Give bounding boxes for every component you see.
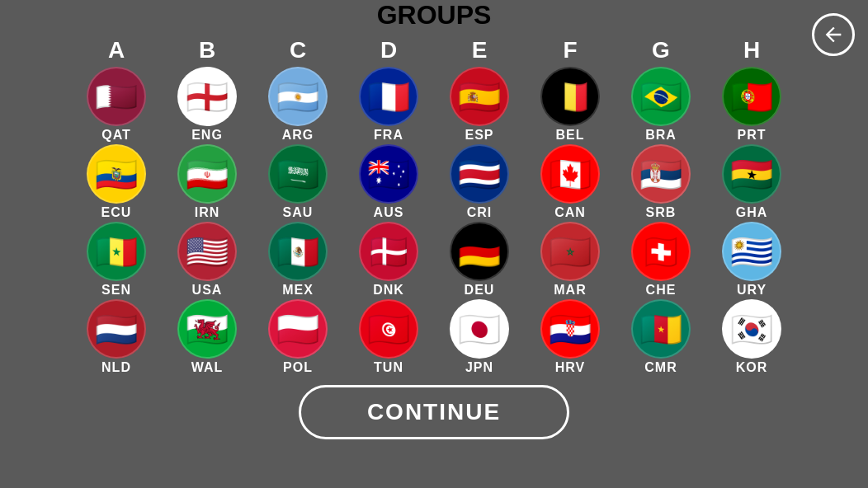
team-code-mar: MAR <box>554 283 586 298</box>
team-code-bra: BRA <box>645 128 677 143</box>
team-code-wal: WAL <box>191 360 224 375</box>
team-cell-deu[interactable]: DEU <box>434 222 525 298</box>
flag-srb <box>631 144 691 204</box>
team-cell-arg[interactable]: ARG <box>252 67 343 143</box>
flag-aus <box>359 144 418 204</box>
team-cell-cmr[interactable]: CMR <box>616 299 706 375</box>
team-cell-prt[interactable]: PRT <box>706 67 797 143</box>
team-cell-jpn[interactable]: JPN <box>434 299 525 375</box>
group-header-a: A <box>71 37 162 63</box>
team-cell-kor[interactable]: KOR <box>706 299 797 375</box>
team-cell-can[interactable]: CAN <box>525 144 616 220</box>
group-headers: ABCDEFGH <box>71 37 797 63</box>
flag-che <box>631 222 691 281</box>
group-header-f: F <box>525 37 616 63</box>
team-code-cri: CRI <box>467 205 493 220</box>
team-code-sen: SEN <box>101 283 131 298</box>
team-code-sau: SAU <box>283 205 314 220</box>
flag-mar <box>540 222 600 281</box>
team-code-aus: AUS <box>374 205 404 220</box>
flag-dnk <box>359 222 418 281</box>
team-code-jpn: JPN <box>465 360 493 375</box>
flag-usa <box>177 222 237 281</box>
team-cell-mar[interactable]: MAR <box>525 222 616 298</box>
team-code-hrv: HRV <box>555 360 586 375</box>
team-cell-irn[interactable]: IRN <box>162 144 252 220</box>
team-cell-che[interactable]: CHE <box>616 222 706 298</box>
team-code-eng: ENG <box>191 128 223 143</box>
team-code-bel: BEL <box>556 128 585 143</box>
team-cell-qat[interactable]: QAT <box>71 67 162 143</box>
flag-arg <box>268 67 328 126</box>
flag-pol <box>268 299 328 359</box>
flag-wal <box>177 299 237 359</box>
flag-eng <box>177 67 237 126</box>
flag-bra <box>631 67 691 126</box>
team-cell-usa[interactable]: USA <box>162 222 252 298</box>
group-header-g: G <box>616 37 706 63</box>
team-cell-bra[interactable]: BRA <box>616 67 706 143</box>
team-code-irn: IRN <box>195 205 220 220</box>
page-title: GROUPS <box>377 0 492 30</box>
team-code-can: CAN <box>554 205 586 220</box>
flag-bel <box>540 67 600 126</box>
team-cell-ecu[interactable]: ECU <box>71 144 162 220</box>
back-icon <box>822 23 845 46</box>
team-code-srb: SRB <box>646 205 677 220</box>
team-code-nld: NLD <box>101 360 131 375</box>
teams-row-1: ECUIRNSAUAUSCRICANSRBGHA <box>71 144 797 220</box>
flag-nld <box>87 299 146 359</box>
team-code-tun: TUN <box>374 360 403 375</box>
teams-row-0: QATENGARGFRAESPBELBRAPRT <box>71 67 797 143</box>
team-cell-hrv[interactable]: HRV <box>525 299 616 375</box>
team-cell-wal[interactable]: WAL <box>162 299 252 375</box>
flag-prt <box>722 67 781 126</box>
team-code-usa: USA <box>192 283 223 298</box>
team-code-prt: PRT <box>738 128 767 143</box>
flag-jpn <box>450 299 509 359</box>
team-code-fra: FRA <box>374 128 403 143</box>
team-code-cmr: CMR <box>644 360 677 375</box>
team-cell-fra[interactable]: FRA <box>343 67 434 143</box>
team-cell-tun[interactable]: TUN <box>343 299 434 375</box>
flag-sen <box>87 222 146 281</box>
flag-mex <box>268 222 328 281</box>
continue-button[interactable]: CONTINUE <box>299 385 569 439</box>
flag-cmr <box>631 299 691 359</box>
teams-row-3: NLDWALPOLTUNJPNHRVCMRKOR <box>71 299 797 375</box>
flag-qat <box>87 67 146 126</box>
flag-cri <box>450 144 509 204</box>
team-cell-aus[interactable]: AUS <box>343 144 434 220</box>
flag-gha <box>722 144 781 204</box>
team-code-pol: POL <box>283 360 313 375</box>
team-code-dnk: DNK <box>373 283 404 298</box>
group-header-b: B <box>162 37 252 63</box>
team-code-ury: URY <box>737 283 767 298</box>
team-cell-sau[interactable]: SAU <box>252 144 343 220</box>
flag-sau <box>268 144 328 204</box>
team-cell-mex[interactable]: MEX <box>252 222 343 298</box>
teams-row-2: SENUSAMEXDNKDEUMARCHEURY <box>71 222 797 298</box>
teams-grid: QATENGARGFRAESPBELBRAPRTECUIRNSAUAUSCRIC… <box>71 67 797 375</box>
team-cell-sen[interactable]: SEN <box>71 222 162 298</box>
team-cell-eng[interactable]: ENG <box>162 67 252 143</box>
team-cell-bel[interactable]: BEL <box>525 67 616 143</box>
team-cell-ury[interactable]: URY <box>706 222 797 298</box>
team-cell-gha[interactable]: GHA <box>706 144 797 220</box>
flag-ury <box>722 222 781 281</box>
flag-hrv <box>540 299 600 359</box>
team-cell-pol[interactable]: POL <box>252 299 343 375</box>
team-cell-nld[interactable]: NLD <box>71 299 162 375</box>
team-code-gha: GHA <box>736 205 768 220</box>
flag-esp <box>450 67 509 126</box>
flag-kor <box>722 299 781 359</box>
team-cell-esp[interactable]: ESP <box>434 67 525 143</box>
back-button[interactable] <box>812 13 855 56</box>
team-code-ecu: ECU <box>101 205 132 220</box>
team-code-esp: ESP <box>465 128 493 143</box>
team-cell-cri[interactable]: CRI <box>434 144 525 220</box>
flag-deu <box>450 222 509 281</box>
team-code-qat: QAT <box>101 128 131 143</box>
team-cell-dnk[interactable]: DNK <box>343 222 434 298</box>
team-cell-srb[interactable]: SRB <box>616 144 706 220</box>
